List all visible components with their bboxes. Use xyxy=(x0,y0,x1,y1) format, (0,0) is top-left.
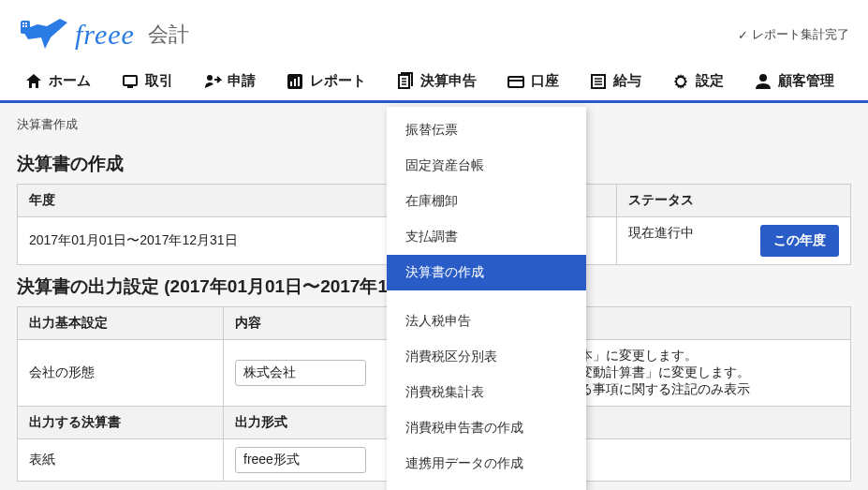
nav-label: ホーム xyxy=(49,72,91,90)
dropdown-item[interactable]: 決算書の作成 xyxy=(387,255,586,290)
svg-point-23 xyxy=(759,74,767,82)
report-status-label: レポート集計完了 xyxy=(752,26,849,43)
bird-icon xyxy=(19,17,67,52)
svg-rect-17 xyxy=(508,80,523,82)
svg-rect-10 xyxy=(294,79,296,86)
svg-rect-2 xyxy=(25,22,27,24)
dropdown-item[interactable]: 勘定科目内訳明細書の作成 xyxy=(387,482,586,490)
svg-point-7 xyxy=(207,75,213,81)
nav-request[interactable]: 申請 xyxy=(198,62,261,100)
dropdown-item[interactable]: 連携用データの作成 xyxy=(387,446,586,482)
person-icon xyxy=(754,72,772,91)
svg-rect-6 xyxy=(127,86,133,88)
nav-transactions[interactable]: 取引 xyxy=(115,62,179,100)
dropdown-item[interactable]: 消費税申告書の作成 xyxy=(387,410,586,446)
logo[interactable]: freee 会計 xyxy=(19,17,189,52)
nav-label: 申請 xyxy=(228,72,256,90)
dropdown-item[interactable]: 支払調書 xyxy=(387,219,586,255)
report-status: ✓ レポート集計完了 xyxy=(738,26,849,43)
svg-rect-3 xyxy=(22,25,24,27)
this-year-button[interactable]: この年度 xyxy=(760,225,839,257)
device-icon xyxy=(121,72,140,91)
nav-label: レポート xyxy=(310,72,366,90)
svg-rect-9 xyxy=(290,82,292,86)
gear-icon xyxy=(671,72,690,91)
svg-rect-11 xyxy=(298,77,300,86)
nav-label: 顧客管理 xyxy=(778,72,834,90)
company-type-select[interactable]: 株式会社 xyxy=(235,360,366,386)
dropdown-item[interactable]: 固定資産台帳 xyxy=(387,148,586,184)
dropdown-item[interactable]: 在庫棚卸 xyxy=(387,184,586,219)
th-content: 内容 xyxy=(224,307,411,340)
nav-customers[interactable]: 顧客管理 xyxy=(748,62,840,100)
th-format: 出力形式 xyxy=(224,407,411,439)
status-cell: 現在進行中 この年度 xyxy=(617,217,851,265)
format-select[interactable]: freee形式 xyxy=(235,447,366,473)
nav-label: 決算申告 xyxy=(420,72,477,90)
nav-home[interactable]: ホーム xyxy=(19,62,96,100)
status-value: 現在進行中 xyxy=(628,225,694,240)
nav-account[interactable]: 口座 xyxy=(501,62,565,100)
chart-icon xyxy=(286,72,304,91)
svg-rect-16 xyxy=(508,77,523,87)
th-status: ステータス xyxy=(617,185,851,217)
nav-closing[interactable]: 決算申告 xyxy=(390,62,482,100)
closing-dropdown: 振替伝票固定資産台帳在庫棚卸支払調書決算書の作成 法人税申告消費税区分別表消費税… xyxy=(387,107,586,490)
dropdown-item[interactable]: 法人税申告 xyxy=(387,304,586,339)
home-icon xyxy=(24,72,43,91)
row1-value-cell: 株式会社 xyxy=(224,340,411,407)
list-icon xyxy=(589,72,608,91)
row2-label: 表紙 xyxy=(18,439,224,482)
logo-sub: 会計 xyxy=(148,21,189,49)
row2-value-cell: freee形式 xyxy=(224,439,411,482)
svg-rect-1 xyxy=(22,22,24,24)
svg-rect-4 xyxy=(25,25,27,27)
th-basic: 出力基本設定 xyxy=(18,307,224,340)
dropdown-item[interactable]: 消費税区分別表 xyxy=(387,339,586,375)
nav-label: 口座 xyxy=(531,72,559,90)
nav-label: 取引 xyxy=(145,72,173,90)
dropdown-item[interactable]: 振替伝票 xyxy=(387,112,586,148)
nav-payroll[interactable]: 給与 xyxy=(583,62,647,100)
logo-text: freee xyxy=(75,19,135,51)
nav-settings[interactable]: 設定 xyxy=(666,62,729,100)
check-icon: ✓ xyxy=(738,28,748,42)
svg-rect-5 xyxy=(124,76,137,85)
dropdown-item[interactable]: 消費税集計表 xyxy=(387,375,586,410)
nav-label: 給与 xyxy=(613,72,641,90)
row1-label: 会社の形態 xyxy=(18,340,224,407)
nav-label: 設定 xyxy=(696,72,724,90)
person-arrow-icon xyxy=(203,72,222,91)
card-icon xyxy=(507,72,525,91)
document-stack-icon xyxy=(396,72,415,91)
nav-report[interactable]: レポート xyxy=(280,62,372,100)
th-output: 出力する決算書 xyxy=(18,407,224,439)
svg-point-22 xyxy=(678,79,684,84)
